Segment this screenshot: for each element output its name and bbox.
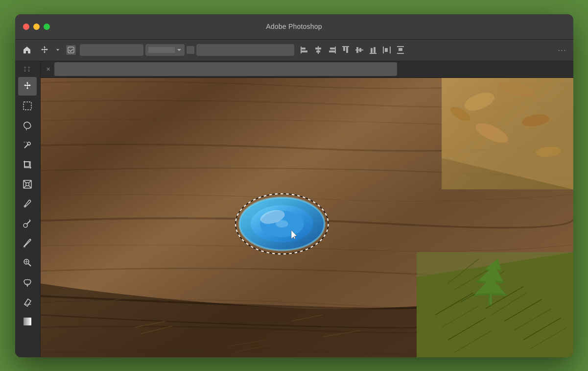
svg-rect-5 xyxy=(315,48,321,49)
tab-title[interactable] xyxy=(54,62,397,76)
svg-rect-23 xyxy=(397,53,404,54)
svg-rect-16 xyxy=(370,53,376,54)
svg-rect-4 xyxy=(318,46,319,54)
tool-rectangular-marquee[interactable] xyxy=(18,97,37,115)
svg-rect-35 xyxy=(26,183,29,186)
window-title: Adobe Photoshop xyxy=(266,23,322,30)
svg-rect-2 xyxy=(302,48,306,49)
svg-rect-14 xyxy=(356,47,358,53)
svg-rect-11 xyxy=(343,47,345,51)
traffic-lights xyxy=(15,24,50,30)
move-tool-dropdown[interactable] xyxy=(53,42,62,58)
distribute-h-button[interactable] xyxy=(380,44,393,56)
svg-rect-20 xyxy=(390,47,391,53)
align-top-button[interactable] xyxy=(339,44,352,56)
svg-rect-29 xyxy=(24,162,29,167)
collapse-toolbar-button[interactable] xyxy=(18,63,37,75)
svg-rect-7 xyxy=(335,47,336,53)
svg-rect-24 xyxy=(399,48,402,51)
tab-bar: × xyxy=(41,61,573,78)
svg-rect-1 xyxy=(301,47,302,53)
tool-gradient[interactable] xyxy=(18,312,37,331)
tool-brush[interactable] xyxy=(18,234,37,252)
svg-point-38 xyxy=(24,246,25,247)
tool-spot-healing[interactable] xyxy=(18,214,37,233)
svg-point-79 xyxy=(276,220,288,227)
content-area: × xyxy=(15,61,573,357)
svg-rect-8 xyxy=(330,48,335,49)
align-center-v-button[interactable] xyxy=(353,44,366,56)
tool-eyedropper[interactable] xyxy=(18,195,37,213)
main-toolbar: ··· xyxy=(15,40,573,61)
align-tools xyxy=(298,44,407,56)
tool-clone-stamp[interactable] xyxy=(18,253,37,272)
svg-rect-41 xyxy=(24,318,31,325)
align-left-button[interactable] xyxy=(298,44,311,56)
canvas-area: × xyxy=(41,61,573,357)
tool-move[interactable] xyxy=(18,77,37,96)
tool-crop[interactable] xyxy=(18,155,37,174)
toolbar-select[interactable] xyxy=(145,44,185,56)
svg-rect-12 xyxy=(346,47,348,53)
svg-rect-6 xyxy=(316,50,320,52)
toolbar-checkbox-2[interactable] xyxy=(187,46,194,54)
tool-eraser[interactable] xyxy=(18,293,37,311)
svg-rect-18 xyxy=(374,47,376,53)
minimize-button[interactable] xyxy=(33,24,40,30)
tool-smudge[interactable] xyxy=(18,273,37,292)
svg-rect-0 xyxy=(68,47,74,53)
tab-close-button[interactable]: × xyxy=(45,65,52,73)
svg-rect-27 xyxy=(24,102,31,110)
align-center-h-button[interactable] xyxy=(312,44,325,56)
title-bar: Adobe Photoshop xyxy=(15,14,573,40)
svg-rect-3 xyxy=(302,50,307,52)
canvas-wrapper[interactable] xyxy=(41,78,573,357)
distribute-v-button[interactable] xyxy=(394,44,407,56)
toolbar-input-2[interactable] xyxy=(196,44,294,56)
svg-rect-15 xyxy=(359,48,361,52)
svg-rect-17 xyxy=(371,48,373,53)
tool-lasso[interactable] xyxy=(18,116,37,135)
tool-quick-selection[interactable] xyxy=(18,136,37,154)
close-button[interactable] xyxy=(23,24,29,30)
auto-select-checkbox[interactable] xyxy=(66,45,76,55)
tool-frame[interactable] xyxy=(18,175,37,194)
left-toolbar xyxy=(15,61,41,357)
svg-rect-22 xyxy=(397,46,404,47)
toolbar-input-1[interactable] xyxy=(80,44,143,56)
align-right-button[interactable] xyxy=(326,44,338,56)
move-tool-button[interactable] xyxy=(37,42,52,58)
svg-rect-21 xyxy=(385,48,388,52)
home-button[interactable] xyxy=(19,42,35,58)
photoshop-window: Adobe Photoshop xyxy=(15,14,573,357)
maximize-button[interactable] xyxy=(44,24,50,30)
svg-point-28 xyxy=(27,142,30,145)
svg-rect-9 xyxy=(329,50,335,52)
canvas-image xyxy=(41,78,573,357)
more-options-button[interactable]: ··· xyxy=(556,43,569,57)
svg-rect-19 xyxy=(383,47,384,53)
svg-point-37 xyxy=(24,223,27,227)
svg-rect-10 xyxy=(342,46,349,47)
move-tool-group xyxy=(37,42,62,58)
align-bottom-button[interactable] xyxy=(367,44,379,56)
